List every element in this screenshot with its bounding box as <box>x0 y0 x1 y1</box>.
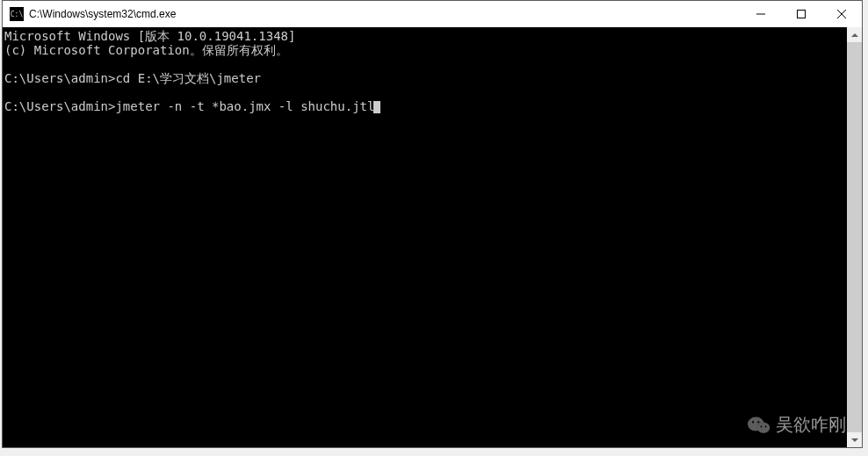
titlebar[interactable]: C:\ C:\Windows\system32\cmd.exe <box>3 1 862 27</box>
close-button[interactable] <box>821 1 862 27</box>
minimize-button[interactable] <box>741 1 781 27</box>
scroll-up-button[interactable] <box>847 27 862 42</box>
scrollbar-thumb[interactable] <box>847 42 862 432</box>
text-cursor <box>373 101 380 113</box>
svg-rect-1 <box>798 11 806 18</box>
vertical-scrollbar[interactable] <box>847 27 862 447</box>
maximize-button[interactable] <box>781 1 821 27</box>
cmd-window: C:\ C:\Windows\system32\cmd.exe Microsof… <box>2 0 863 448</box>
scrollbar-track[interactable] <box>847 42 862 432</box>
terminal-output[interactable]: Microsoft Windows [版本 10.0.19041.1348] (… <box>3 27 847 447</box>
svg-marker-5 <box>851 438 858 442</box>
window-title: C:\Windows\system32\cmd.exe <box>29 8 741 20</box>
scroll-down-button[interactable] <box>847 432 862 447</box>
app-icon: C:\ <box>10 7 24 21</box>
terminal-area: Microsoft Windows [版本 10.0.19041.1348] (… <box>3 27 862 447</box>
window-controls <box>741 1 862 27</box>
svg-marker-4 <box>851 33 858 37</box>
